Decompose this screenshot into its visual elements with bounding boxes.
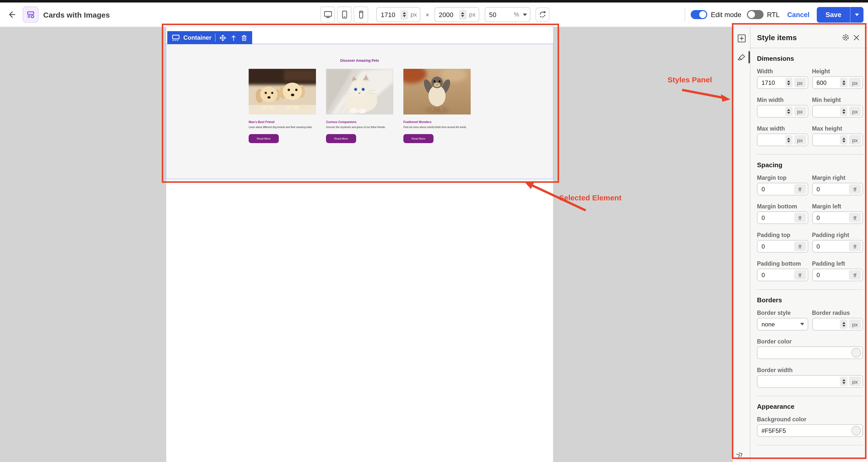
field-margin-top: Margin top ff — [757, 175, 808, 195]
read-more-button[interactable]: Read More — [403, 134, 434, 143]
unit-badge: px — [794, 106, 806, 116]
panel-content: Style items Dimensions Width — [750, 27, 868, 462]
close-icon — [853, 34, 860, 41]
max-width-input[interactable]: px — [757, 133, 808, 146]
canvas-width-input[interactable]: px — [376, 7, 421, 22]
padding-left-input[interactable]: ff — [812, 269, 863, 281]
field-min-height: Min height px — [812, 97, 863, 118]
padding-top-input[interactable]: ff — [757, 240, 808, 253]
unit-badge: ff — [849, 184, 861, 194]
border-color-input[interactable] — [757, 346, 863, 359]
canvas-width-value[interactable] — [381, 11, 399, 18]
margin-left-input[interactable]: ff — [812, 211, 863, 224]
zoom-value[interactable] — [489, 11, 501, 18]
section-spacing: Spacing Margin top ff Margin right ff — [757, 155, 863, 281]
max-height-input[interactable]: px — [812, 133, 863, 146]
stepper-icon[interactable] — [840, 319, 847, 329]
panel-settings-button[interactable] — [840, 32, 851, 43]
canvas-height-input[interactable]: px — [434, 7, 479, 22]
device-mobile-button[interactable] — [353, 6, 368, 23]
stepper-icon[interactable] — [840, 106, 847, 116]
background-color-input[interactable] — [757, 424, 863, 437]
add-items-tab[interactable] — [737, 34, 746, 45]
unit-badge: ff — [794, 270, 806, 280]
edit-mode-toggle[interactable] — [691, 10, 707, 19]
reset-zoom-button[interactable] — [535, 7, 549, 22]
zoom-select[interactable]: % — [485, 7, 530, 22]
stepper-icon[interactable] — [785, 135, 793, 145]
collapse-panel-icon[interactable] — [735, 450, 745, 461]
width-stepper-icon[interactable] — [401, 10, 408, 19]
card-description[interactable]: Find out more about colorful birds from … — [403, 126, 471, 129]
width-input[interactable]: px — [757, 76, 808, 89]
rtl-label: RTL — [767, 11, 780, 18]
save-button[interactable]: Save — [817, 7, 864, 22]
unit-badge: ff — [794, 213, 806, 222]
unit-badge: ff — [849, 242, 861, 251]
field-height: Height px — [812, 68, 863, 89]
border-width-input[interactable]: px — [757, 375, 863, 388]
device-desktop-button[interactable] — [320, 6, 335, 23]
kitten-image[interactable] — [326, 69, 393, 115]
card-description[interactable]: Learn about different dog breeds and the… — [249, 126, 316, 129]
card-dogs[interactable]: Man's Best Friend Learn about different … — [249, 69, 316, 143]
unit-badge: ff — [794, 242, 806, 251]
margin-right-input[interactable]: ff — [812, 183, 863, 195]
card-description[interactable]: Uncover the mysteries and grace of our f… — [326, 126, 393, 129]
margin-bottom-input[interactable]: ff — [757, 211, 808, 224]
card-birds[interactable]: Feathered Wonders Find out more about co… — [403, 69, 471, 143]
unit-badge: ff — [849, 213, 861, 222]
height-input[interactable]: px — [812, 76, 863, 89]
field-max-height: Max height px — [812, 126, 863, 146]
read-more-button[interactable]: Read More — [326, 134, 356, 143]
puppies-image[interactable] — [249, 69, 316, 115]
back-button[interactable] — [5, 8, 18, 21]
close-panel-button[interactable] — [851, 32, 862, 43]
tablet-icon — [340, 10, 349, 19]
margin-top-input[interactable]: ff — [757, 183, 808, 195]
padding-bottom-input[interactable]: ff — [757, 269, 808, 281]
delete-element-button[interactable] — [241, 34, 248, 41]
panel-icon-strip — [733, 27, 750, 462]
device-tablet-button[interactable] — [337, 6, 352, 23]
card-title[interactable]: Curious Companions — [326, 121, 393, 124]
min-width-input[interactable]: px — [757, 105, 808, 118]
save-dropdown-button[interactable] — [850, 7, 864, 22]
stepper-icon[interactable] — [785, 78, 793, 87]
section-title: Borders — [757, 296, 863, 304]
border-radius-input[interactable]: px — [812, 318, 863, 331]
cancel-button[interactable]: Cancel — [787, 11, 809, 18]
toolbar-separator — [215, 34, 216, 42]
card-cats[interactable]: Curious Companions Uncover the mysteries… — [326, 69, 393, 143]
color-swatch-icon[interactable] — [851, 348, 861, 358]
field-margin-bottom: Margin bottom ff — [757, 204, 808, 224]
bird-image[interactable] — [403, 69, 471, 115]
stepper-icon[interactable] — [785, 106, 793, 116]
height-stepper-icon[interactable] — [459, 10, 467, 19]
style-items-tab[interactable] — [737, 53, 746, 64]
move-element-button[interactable] — [219, 34, 226, 41]
stepper-icon[interactable] — [840, 78, 847, 87]
cards-section-heading[interactable]: Discover Amazing Pets — [166, 44, 553, 62]
field-min-width: Min width px — [757, 97, 808, 118]
field-padding-bottom: Padding bottom ff — [757, 260, 808, 281]
card-title[interactable]: Feathered Wonders — [403, 121, 471, 124]
select-parent-button[interactable] — [230, 34, 237, 41]
unit-badge: px — [849, 377, 861, 386]
min-height-input[interactable]: px — [812, 105, 863, 118]
canvas-height-value[interactable] — [439, 11, 457, 18]
styles-panel: Style items Dimensions Width — [733, 27, 868, 462]
rtl-toggle[interactable] — [747, 10, 764, 19]
padding-right-input[interactable]: ff — [812, 240, 863, 253]
arrow-left-icon — [7, 10, 16, 19]
save-label[interactable]: Save — [817, 7, 850, 22]
border-style-select[interactable]: none — [757, 318, 808, 331]
color-swatch-icon[interactable] — [851, 426, 861, 435]
card-title[interactable]: Man's Best Friend — [249, 121, 316, 124]
read-more-button[interactable]: Read More — [249, 134, 279, 143]
stepper-icon[interactable] — [840, 377, 847, 386]
selected-container-element[interactable]: Discover Amazing Pets — [166, 44, 553, 179]
field-background-color: Background color — [757, 416, 863, 437]
mobile-icon — [356, 10, 366, 19]
stepper-icon[interactable] — [840, 135, 847, 145]
